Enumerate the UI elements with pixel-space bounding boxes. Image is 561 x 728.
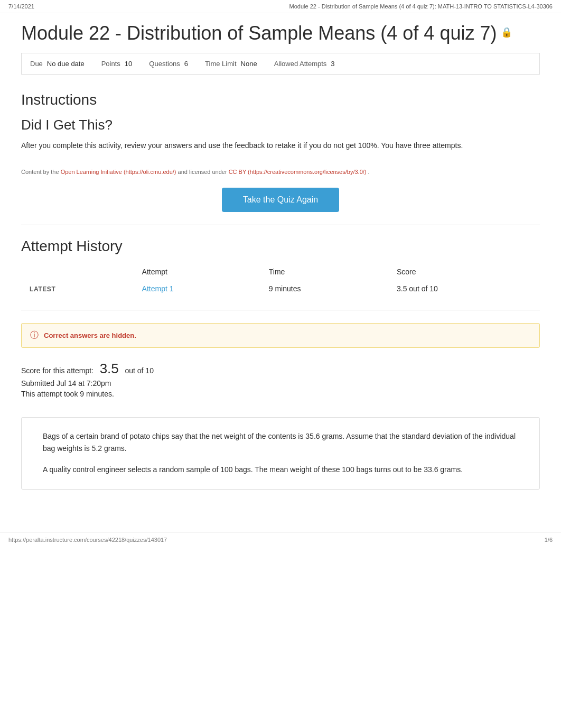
question-paragraph-2: A quality control engineer selects a ran…	[43, 464, 518, 476]
attempt-link[interactable]: Attempt 1	[142, 284, 174, 293]
main-content: Module 22 - Distribution of Sample Means…	[0, 22, 561, 511]
instructions-heading: Instructions	[21, 91, 540, 108]
allowed-attempts-label: Allowed Attempts	[274, 60, 327, 68]
footer-page: 1/6	[545, 537, 553, 543]
content-by-middle: and licensed under	[178, 169, 227, 175]
attempt-number: Attempt 1	[134, 280, 260, 297]
time-limit-label: Time Limit	[205, 60, 236, 68]
notice-box: ⓘ Correct answers are hidden.	[21, 323, 540, 348]
footer-url: https://peralta.instructure.com/courses/…	[8, 537, 167, 543]
latest-tag: LATEST	[21, 280, 134, 297]
content-by-suffix: .	[368, 169, 370, 175]
meta-points: Points 10	[101, 60, 133, 68]
points-value: 10	[125, 60, 132, 68]
score-out-of: out of 10	[125, 366, 154, 375]
attempt-score: 3.5 out of 10	[388, 280, 540, 297]
attempt-table-header-row: Attempt Time Score	[21, 263, 540, 280]
score-value: 3.5	[100, 361, 119, 376]
top-bar-title: Module 22 - Distribution of Sample Means…	[289, 3, 553, 10]
oli-link-label: Open Learning Initiative	[61, 169, 122, 175]
score-label: Score for this attempt:	[21, 366, 94, 375]
cc-url-text: (https://creativecommons.org/licenses/by…	[248, 169, 366, 175]
meta-time-limit: Time Limit None	[205, 60, 257, 68]
page-title-text: Module 22 - Distribution of Sample Means…	[21, 22, 497, 44]
take-quiz-container: Take the Quiz Again	[21, 188, 540, 212]
top-bar: 7/14/2021 Module 22 - Distribution of Sa…	[0, 0, 561, 13]
question-box: Bags of a certain brand of potato chips …	[21, 417, 540, 490]
divider	[21, 225, 540, 225]
top-bar-date: 7/14/2021	[8, 3, 34, 10]
instructions-body: After you complete this activity, review…	[21, 140, 540, 151]
cc-link-label: CC BY	[229, 169, 246, 175]
due-label: Due	[30, 60, 43, 68]
score-line: Score for this attempt: 3.5 out of 10	[21, 361, 540, 377]
content-by-prefix: Content by the	[21, 169, 59, 175]
meta-bar: Due No due date Points 10 Questions 6 Ti…	[21, 53, 540, 75]
notice-icon: ⓘ	[30, 330, 39, 341]
footer: https://peralta.instructure.com/courses/…	[0, 532, 561, 547]
submitted-line: Submitted Jul 14 at 7:20pm	[21, 379, 540, 388]
col-score-header: Score	[388, 263, 540, 280]
took-line: This attempt took 9 minutes.	[21, 390, 540, 398]
notice-text: Correct answers are hidden.	[44, 331, 136, 339]
meta-allowed-attempts: Allowed Attempts 3	[274, 60, 335, 68]
take-quiz-button[interactable]: Take the Quiz Again	[222, 188, 339, 212]
page-wrapper: 7/14/2021 Module 22 - Distribution of Sa…	[0, 0, 561, 547]
page-title: Module 22 - Distribution of Sample Means…	[21, 22, 540, 44]
cc-link[interactable]: CC BY	[229, 169, 248, 175]
col-attempt-header: Attempt	[134, 263, 260, 280]
meta-row-top: Due No due date Points 10 Questions 6 Ti…	[30, 60, 257, 68]
col-time-header: Time	[260, 263, 388, 280]
divider-2	[21, 310, 540, 310]
content-by: Content by the Open Learning Initiative …	[21, 169, 540, 175]
attempt-table: Attempt Time Score LATEST Attempt 1 9 mi…	[21, 263, 540, 297]
due-value: No due date	[47, 60, 85, 68]
question-paragraph-1: Bags of a certain brand of potato chips …	[43, 430, 518, 456]
did-i-get-this-heading: Did I Get This?	[21, 117, 540, 133]
attempt-time: 9 minutes	[260, 280, 388, 297]
meta-questions: Questions 6	[149, 60, 188, 68]
oli-link[interactable]: Open Learning Initiative	[61, 169, 124, 175]
question-content: Bags of a certain brand of potato chips …	[22, 418, 539, 489]
points-label: Points	[101, 60, 120, 68]
questions-value: 6	[184, 60, 188, 68]
attempt-history-heading: Attempt History	[21, 238, 540, 255]
time-limit-value: None	[241, 60, 257, 68]
questions-label: Questions	[149, 60, 180, 68]
col-empty	[21, 263, 134, 280]
attempt-row: LATEST Attempt 1 9 minutes 3.5 out of 10	[21, 280, 540, 297]
allowed-attempts-value: 3	[331, 60, 334, 68]
oli-url-text: (https://oli.cmu.edu/)	[124, 169, 176, 175]
lock-icon: 🔒	[501, 27, 512, 39]
meta-due: Due No due date	[30, 60, 85, 68]
score-summary: Score for this attempt: 3.5 out of 10 Su…	[21, 356, 540, 404]
